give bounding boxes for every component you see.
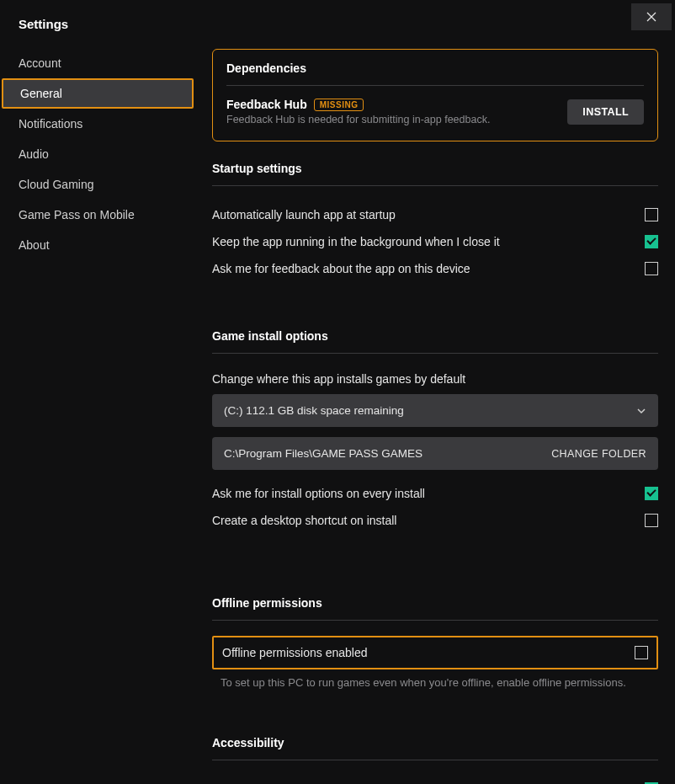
sidebar-item-general[interactable]: General — [2, 78, 194, 109]
dependency-info: Feedback Hub MISSING Feedback Hub is nee… — [226, 98, 490, 125]
offline-permissions-label: Offline permissions enabled — [222, 646, 368, 659]
sidebar-item-about[interactable]: About — [0, 230, 195, 260]
keep-running-label: Keep the app running in the background w… — [212, 235, 500, 248]
accessibility-title: Accessibility — [212, 736, 658, 760]
auto-launch-label: Automatically launch app at startup — [212, 208, 396, 221]
auto-launch-checkbox[interactable] — [645, 208, 658, 221]
folder-row: C:\Program Files\GAME PASS GAMES CHANGE … — [212, 437, 658, 470]
dependency-desc: Feedback Hub is needed for submitting in… — [226, 114, 490, 125]
close-icon — [646, 12, 656, 22]
ask-install-options-label: Ask me for install options on every inst… — [212, 487, 425, 500]
dependency-row: Feedback Hub MISSING Feedback Hub is nee… — [226, 98, 644, 125]
keep-running-checkbox[interactable] — [645, 235, 658, 248]
dependency-name-line: Feedback Hub MISSING — [226, 98, 490, 111]
sidebar: Settings Account General Notifications A… — [0, 0, 195, 784]
sidebar-item-audio[interactable]: Audio — [0, 139, 195, 169]
sidebar-item-account[interactable]: Account — [0, 48, 195, 78]
missing-badge: MISSING — [314, 99, 364, 111]
sidebar-item-game-pass-mobile[interactable]: Game Pass on Mobile — [0, 200, 195, 230]
offline-permissions-checkbox[interactable] — [635, 646, 648, 659]
startup-section: Startup settings Automatically launch ap… — [212, 162, 658, 282]
ask-feedback-label: Ask me for feedback about the app on thi… — [212, 262, 470, 275]
dependencies-panel: Dependencies Feedback Hub MISSING Feedba… — [212, 49, 658, 141]
desktop-shortcut-label: Create a desktop shortcut on install — [212, 514, 396, 527]
offline-permissions-row: Offline permissions enabled — [212, 636, 658, 669]
install-section: Game install options Change where this a… — [212, 329, 658, 534]
accessibility-section: Accessibility Show themes on profiles — [212, 736, 658, 784]
desktop-shortcut-row: Create a desktop shortcut on install — [212, 507, 658, 534]
folder-path: C:\Program Files\GAME PASS GAMES — [224, 447, 423, 460]
close-button[interactable] — [631, 3, 672, 30]
ask-feedback-row: Ask me for feedback about the app on thi… — [212, 255, 658, 282]
page-title: Settings — [0, 12, 195, 48]
change-location-label: Change where this app installs games by … — [212, 369, 658, 394]
main-content: Dependencies Feedback Hub MISSING Feedba… — [195, 0, 675, 784]
dependencies-title: Dependencies — [226, 50, 644, 85]
offline-title: Offline permissions — [212, 596, 658, 620]
divider — [212, 353, 658, 354]
sidebar-item-notifications[interactable]: Notifications — [0, 109, 195, 139]
offline-section: Offline permissions Offline permissions … — [212, 596, 658, 689]
drive-dropdown[interactable]: (C:) 112.1 GB disk space remaining — [212, 394, 658, 427]
auto-launch-row: Automatically launch app at startup — [212, 201, 658, 228]
settings-window: Settings Account General Notifications A… — [0, 0, 675, 784]
drive-option-label: (C:) 112.1 GB disk space remaining — [224, 404, 404, 417]
ask-install-options-row: Ask me for install options on every inst… — [212, 480, 658, 507]
ask-install-options-checkbox[interactable] — [645, 487, 658, 500]
install-button[interactable]: INSTALL — [567, 99, 644, 125]
chevron-down-icon — [636, 406, 646, 416]
divider — [212, 185, 658, 186]
divider — [226, 85, 644, 86]
sidebar-item-cloud-gaming[interactable]: Cloud Gaming — [0, 169, 195, 200]
dependency-name: Feedback Hub — [226, 98, 307, 111]
keep-running-row: Keep the app running in the background w… — [212, 228, 658, 255]
change-folder-button[interactable]: CHANGE FOLDER — [551, 448, 646, 460]
startup-title: Startup settings — [212, 162, 658, 185]
desktop-shortcut-checkbox[interactable] — [645, 514, 658, 527]
offline-hint: To set up this PC to run games even when… — [212, 676, 658, 689]
show-themes-row: Show themes on profiles — [212, 776, 658, 784]
divider — [212, 620, 658, 621]
divider — [212, 760, 658, 760]
install-title: Game install options — [212, 329, 658, 353]
ask-feedback-checkbox[interactable] — [645, 262, 658, 275]
